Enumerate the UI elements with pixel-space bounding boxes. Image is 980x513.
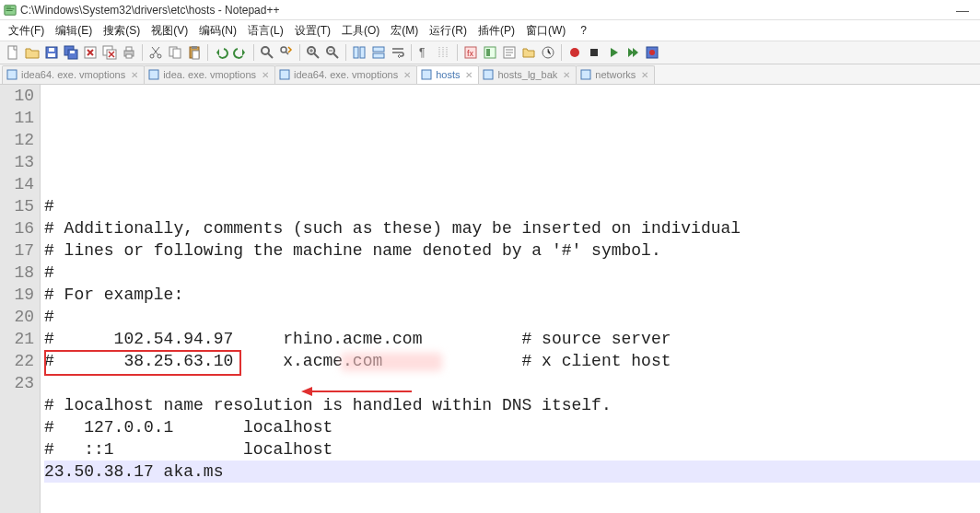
code-line[interactable]: # — [44, 306, 980, 328]
save-macro-icon[interactable] — [643, 43, 661, 62]
file-tab-label: hosts — [436, 69, 460, 80]
print-icon[interactable] — [120, 43, 138, 62]
svg-rect-2 — [6, 8, 15, 9]
open-file-icon[interactable] — [23, 43, 41, 62]
editor-area: 1011121314151617181920212223 ## Addition… — [0, 85, 980, 513]
code-line[interactable]: # — [44, 195, 980, 217]
code-line[interactable]: # localhost name resolution is handled w… — [44, 394, 980, 416]
menu-settings[interactable]: 设置(T) — [290, 21, 335, 41]
code-editor[interactable]: ## Additionally, comments (such as these… — [41, 85, 980, 513]
tab-close-icon[interactable]: ✕ — [465, 70, 472, 80]
minimize-button[interactable]: — — [949, 3, 976, 17]
tab-close-icon[interactable]: ✕ — [403, 70, 411, 80]
svg-rect-48 — [581, 70, 590, 79]
file-tab[interactable]: networks ✕ — [576, 65, 655, 84]
code-line[interactable]: 23.50.38.17 aka.ms — [44, 461, 980, 483]
svg-rect-1 — [6, 6, 11, 7]
code-line[interactable]: # lines or following the machine name de… — [44, 239, 980, 262]
toolbar-separator — [253, 44, 254, 61]
line-number: 22 — [0, 350, 34, 372]
annotation-blur — [341, 353, 442, 371]
svg-rect-43 — [7, 70, 17, 79]
record-macro-icon[interactable] — [566, 43, 584, 62]
wrap-icon[interactable] — [389, 43, 407, 62]
tab-close-icon[interactable]: ✕ — [131, 70, 138, 80]
redo-icon[interactable] — [231, 43, 250, 62]
file-icon — [148, 69, 159, 80]
svg-rect-7 — [48, 53, 55, 57]
menu-language[interactable]: 语言(L) — [243, 21, 288, 41]
stop-macro-icon[interactable] — [585, 43, 603, 62]
app-icon — [4, 4, 17, 17]
tab-close-icon[interactable]: ✕ — [641, 70, 648, 80]
svg-rect-23 — [192, 51, 199, 59]
close-all-icon[interactable] — [100, 43, 119, 62]
menu-plugins[interactable]: 插件(P) — [473, 21, 519, 41]
file-tab[interactable]: idea64. exe. vmoptions ✕ — [274, 65, 417, 84]
show-all-chars-icon[interactable]: ¶ — [415, 43, 434, 62]
code-line[interactable]: # ::1 localhost — [44, 438, 980, 461]
code-line[interactable]: # 38.25.63.10 x.acme.com # x client host — [44, 350, 980, 372]
play-macro-icon[interactable] — [604, 43, 623, 62]
tab-close-icon[interactable]: ✕ — [563, 70, 570, 80]
play-multi-icon[interactable] — [624, 43, 642, 62]
line-number-gutter: 1011121314151617181920212223 — [0, 85, 41, 513]
menu-edit[interactable]: 编辑(E) — [51, 21, 97, 41]
line-number: 21 — [0, 328, 34, 350]
menu-window[interactable]: 窗口(W) — [521, 21, 570, 41]
window-title: C:\Windows\System32\drivers\etc\hosts - … — [20, 4, 945, 17]
code-line[interactable]: # — [44, 262, 980, 284]
menu-tools[interactable]: 工具(O) — [337, 21, 384, 41]
menu-search[interactable]: 搜索(S) — [99, 21, 145, 41]
find-icon[interactable] — [258, 43, 276, 62]
lang-icon[interactable]: fx — [461, 43, 480, 62]
file-tab[interactable]: idea. exe. vmoptions ✕ — [144, 65, 275, 84]
code-line[interactable]: # For example: — [44, 284, 980, 306]
new-file-icon[interactable] — [4, 43, 22, 62]
file-tab[interactable]: idea64. exe. vmoptions ✕ — [2, 65, 145, 84]
svg-rect-36 — [486, 49, 490, 56]
cut-icon[interactable] — [146, 43, 165, 62]
code-line[interactable]: # Additionally, comments (such as these)… — [44, 217, 980, 239]
code-line[interactable] — [44, 483, 980, 505]
menu-run[interactable]: 运行(R) — [425, 21, 472, 41]
replace-icon[interactable] — [277, 43, 296, 62]
sync-h-icon[interactable] — [369, 43, 388, 62]
file-tab-active[interactable]: hosts ✕ — [416, 65, 479, 84]
save-icon[interactable] — [42, 43, 61, 62]
svg-rect-15 — [126, 47, 132, 51]
menubar: 文件(F) 编辑(E) 搜索(S) 视图(V) 编码(N) 语言(L) 设置(T… — [0, 20, 980, 41]
menu-macro[interactable]: 宏(M) — [386, 21, 423, 41]
func-list-icon[interactable] — [500, 43, 519, 62]
save-all-icon[interactable] — [62, 43, 80, 62]
svg-text:fx: fx — [467, 49, 474, 58]
doc-map-icon[interactable] — [481, 43, 499, 62]
toolbar-separator — [457, 44, 458, 61]
code-line[interactable]: # 127.0.0.1 localhost — [44, 416, 980, 438]
menu-view[interactable]: 视图(V) — [146, 21, 192, 41]
menu-help[interactable]: ? — [576, 22, 591, 39]
zoom-in-icon[interactable] — [304, 43, 322, 62]
copy-icon[interactable] — [166, 43, 184, 62]
file-tab[interactable]: hosts_lg_bak ✕ — [478, 65, 577, 84]
folder-panel-icon[interactable] — [519, 43, 538, 62]
menu-encoding[interactable]: 编码(N) — [194, 21, 241, 41]
line-number: 13 — [0, 151, 34, 173]
indent-guide-icon[interactable] — [435, 43, 453, 62]
tab-close-icon[interactable]: ✕ — [262, 70, 269, 80]
code-line[interactable] — [44, 372, 980, 394]
close-icon[interactable] — [81, 43, 99, 62]
file-icon — [421, 69, 432, 80]
toolbar-separator — [207, 44, 208, 61]
zoom-out-icon[interactable] — [323, 43, 342, 62]
line-number: 10 — [0, 85, 34, 107]
paste-icon[interactable] — [185, 43, 204, 62]
monitor-icon[interactable] — [539, 43, 557, 62]
code-line[interactable]: # 102.54.94.97 rhino.acme.com # source s… — [44, 328, 980, 350]
sync-v-icon[interactable] — [350, 43, 368, 62]
toolbar-separator — [411, 44, 412, 61]
toolbar-separator — [142, 44, 143, 61]
menu-file[interactable]: 文件(F) — [4, 21, 49, 41]
svg-rect-3 — [6, 10, 13, 11]
undo-icon[interactable] — [212, 43, 230, 62]
